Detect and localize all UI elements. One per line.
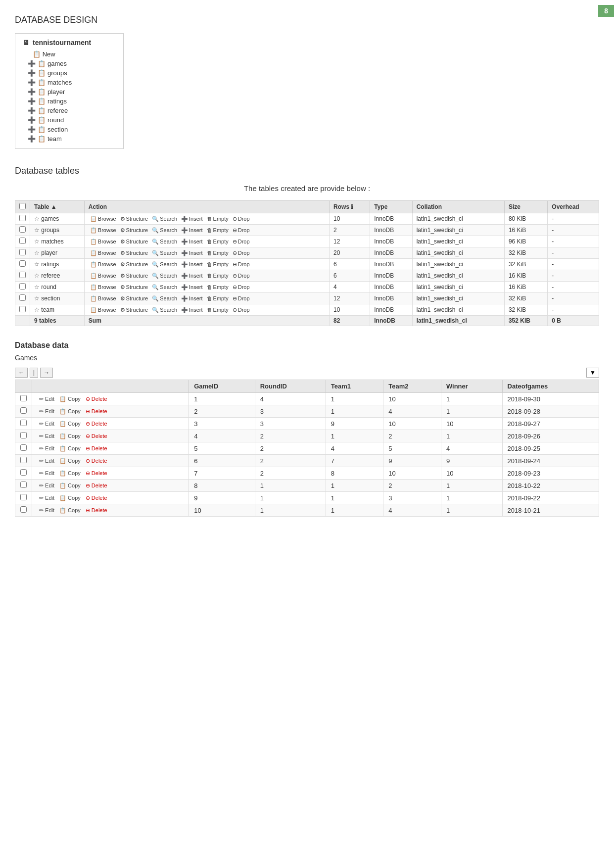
structure-button[interactable]: ⚙ Structure xyxy=(119,295,150,302)
tree-item-referee[interactable]: ➕ 📋 referee xyxy=(23,106,116,115)
drop-button[interactable]: ⊖ Drop xyxy=(231,215,251,223)
row-checkbox[interactable] xyxy=(19,306,26,312)
row-checkbox[interactable] xyxy=(20,457,27,463)
browse-button[interactable]: 📋 Browse xyxy=(89,215,118,223)
edit-button[interactable]: ✏ Edit xyxy=(37,395,56,403)
browse-button[interactable]: 📋 Browse xyxy=(89,238,118,245)
star-icon[interactable]: ☆ xyxy=(34,238,40,245)
tree-item-matches[interactable]: ➕ 📋 matches xyxy=(23,78,116,87)
structure-button[interactable]: ⚙ Structure xyxy=(119,261,150,268)
browse-button[interactable]: 📋 Browse xyxy=(89,261,118,268)
drop-button[interactable]: ⊖ Drop xyxy=(231,238,251,245)
copy-button[interactable]: 📋 Copy xyxy=(57,457,83,465)
row-checkbox[interactable] xyxy=(19,226,26,233)
insert-button[interactable]: ➕ Insert xyxy=(180,261,204,268)
search-button[interactable]: 🔍 Search xyxy=(150,295,179,302)
star-icon[interactable]: ☆ xyxy=(34,295,40,302)
copy-button[interactable]: 📋 Copy xyxy=(57,494,83,502)
insert-button[interactable]: ➕ Insert xyxy=(180,284,204,291)
insert-button[interactable]: ➕ Insert xyxy=(180,295,204,302)
tree-item-round[interactable]: ➕ 📋 round xyxy=(23,115,116,125)
drop-button[interactable]: ⊖ Drop xyxy=(231,284,251,291)
empty-button[interactable]: 🗑 Empty xyxy=(205,284,230,290)
row-checkbox[interactable] xyxy=(19,260,26,267)
row-checkbox[interactable] xyxy=(20,506,27,513)
structure-button[interactable]: ⚙ Structure xyxy=(119,284,150,291)
tree-item-groups[interactable]: ➕ 📋 groups xyxy=(23,68,116,78)
nav-forward-button[interactable]: → xyxy=(40,368,53,378)
search-button[interactable]: 🔍 Search xyxy=(150,215,179,223)
tree-item-section[interactable]: ➕ 📋 section xyxy=(23,125,116,134)
tree-item-ratings[interactable]: ➕ 📋 ratings xyxy=(23,96,116,106)
search-button[interactable]: 🔍 Search xyxy=(150,227,179,234)
star-icon[interactable]: ☆ xyxy=(34,249,40,256)
edit-button[interactable]: ✏ Edit xyxy=(37,445,56,452)
browse-button[interactable]: 📋 Browse xyxy=(89,272,118,280)
th-gameid[interactable]: GameID xyxy=(189,380,255,393)
insert-button[interactable]: ➕ Insert xyxy=(180,238,204,245)
row-checkbox[interactable] xyxy=(19,272,26,278)
row-checkbox[interactable] xyxy=(20,407,27,414)
search-button[interactable]: 🔍 Search xyxy=(150,238,179,245)
empty-button[interactable]: 🗑 Empty xyxy=(205,238,230,245)
delete-button[interactable]: ⊖ Delete xyxy=(84,470,109,477)
drop-button[interactable]: ⊖ Drop xyxy=(231,249,251,257)
browse-button[interactable]: 📋 Browse xyxy=(89,249,118,257)
empty-button[interactable]: 🗑 Empty xyxy=(205,272,230,279)
star-icon[interactable]: ☆ xyxy=(34,272,40,279)
copy-button[interactable]: 📋 Copy xyxy=(57,445,83,452)
edit-button[interactable]: ✏ Edit xyxy=(37,470,56,477)
delete-button[interactable]: ⊖ Delete xyxy=(84,507,109,514)
drop-button[interactable]: ⊖ Drop xyxy=(231,272,251,280)
filter-button[interactable]: ▼ xyxy=(586,368,599,378)
edit-button[interactable]: ✏ Edit xyxy=(37,408,56,415)
structure-button[interactable]: ⚙ Structure xyxy=(119,249,150,257)
search-button[interactable]: 🔍 Search xyxy=(150,272,179,280)
row-checkbox[interactable] xyxy=(19,283,26,289)
search-button[interactable]: 🔍 Search xyxy=(150,261,179,268)
select-all-checkbox[interactable] xyxy=(19,203,26,209)
row-checkbox[interactable] xyxy=(20,432,27,438)
tree-item-games[interactable]: ➕ 📋 games xyxy=(23,59,116,68)
row-checkbox[interactable] xyxy=(20,494,27,500)
delete-button[interactable]: ⊖ Delete xyxy=(84,433,109,440)
star-icon[interactable]: ☆ xyxy=(34,215,40,222)
edit-button[interactable]: ✏ Edit xyxy=(37,433,56,440)
tree-item-team[interactable]: ➕ 📋 team xyxy=(23,134,116,144)
delete-button[interactable]: ⊖ Delete xyxy=(84,395,109,403)
browse-button[interactable]: 📋 Browse xyxy=(89,284,118,291)
drop-button[interactable]: ⊖ Drop xyxy=(231,306,251,314)
search-button[interactable]: 🔍 Search xyxy=(150,284,179,291)
structure-button[interactable]: ⚙ Structure xyxy=(119,227,150,234)
row-checkbox[interactable] xyxy=(20,420,27,426)
insert-button[interactable]: ➕ Insert xyxy=(180,215,204,223)
edit-button[interactable]: ✏ Edit xyxy=(37,494,56,502)
browse-button[interactable]: 📋 Browse xyxy=(89,306,118,314)
row-checkbox[interactable] xyxy=(20,395,27,401)
row-checkbox[interactable] xyxy=(19,215,26,221)
copy-button[interactable]: 📋 Copy xyxy=(57,507,83,514)
edit-button[interactable]: ✏ Edit xyxy=(37,420,56,428)
delete-button[interactable]: ⊖ Delete xyxy=(84,494,109,502)
copy-button[interactable]: 📋 Copy xyxy=(57,482,83,489)
empty-button[interactable]: 🗑 Empty xyxy=(205,249,230,256)
insert-button[interactable]: ➕ Insert xyxy=(180,249,204,257)
structure-button[interactable]: ⚙ Structure xyxy=(119,306,150,314)
row-checkbox[interactable] xyxy=(20,469,27,476)
structure-button[interactable]: ⚙ Structure xyxy=(119,272,150,280)
empty-button[interactable]: 🗑 Empty xyxy=(205,306,230,313)
star-icon[interactable]: ☆ xyxy=(34,284,40,290)
copy-button[interactable]: 📋 Copy xyxy=(57,395,83,403)
copy-button[interactable]: 📋 Copy xyxy=(57,470,83,477)
drop-button[interactable]: ⊖ Drop xyxy=(231,295,251,302)
drop-button[interactable]: ⊖ Drop xyxy=(231,227,251,234)
edit-button[interactable]: ✏ Edit xyxy=(37,482,56,489)
search-button[interactable]: 🔍 Search xyxy=(150,249,179,257)
browse-button[interactable]: 📋 Browse xyxy=(89,227,118,234)
row-checkbox[interactable] xyxy=(20,444,27,451)
delete-button[interactable]: ⊖ Delete xyxy=(84,445,109,452)
nav-back-button[interactable]: ← xyxy=(15,368,28,378)
star-icon[interactable]: ☆ xyxy=(34,227,40,234)
browse-button[interactable]: 📋 Browse xyxy=(89,295,118,302)
insert-button[interactable]: ➕ Insert xyxy=(180,227,204,234)
